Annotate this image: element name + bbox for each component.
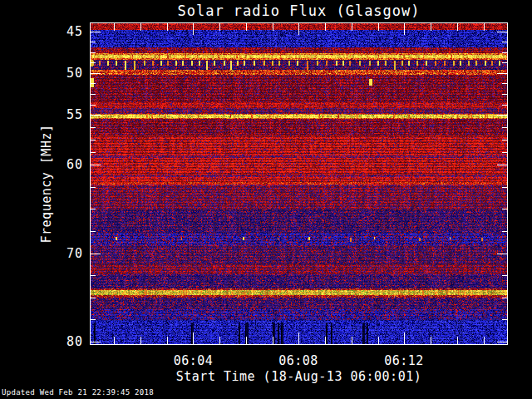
y-axis-label: Frequency [MHz] <box>39 109 54 259</box>
y-tick-label: 80 <box>47 334 83 349</box>
x-tick-label: 06:04 <box>165 354 220 367</box>
updated-timestamp: Updated Wed Feb 21 22:39:45 2018 <box>2 388 154 397</box>
spectrogram-canvas <box>91 23 507 344</box>
solar-radio-flux-screen: Solar radio Flux (Glasgow) 455055607080 … <box>0 0 532 399</box>
chart-title: Solar radio Flux (Glasgow) <box>90 2 508 19</box>
x-tick-label: 06:08 <box>271 354 326 367</box>
spectrogram-plot-frame <box>90 22 508 345</box>
y-tick-label: 45 <box>47 24 83 39</box>
x-tick-label: 06:12 <box>377 354 431 367</box>
x-axis-label: Start Time (18-Aug-13 06:00:01) <box>90 369 508 384</box>
y-tick-label: 50 <box>47 66 83 81</box>
